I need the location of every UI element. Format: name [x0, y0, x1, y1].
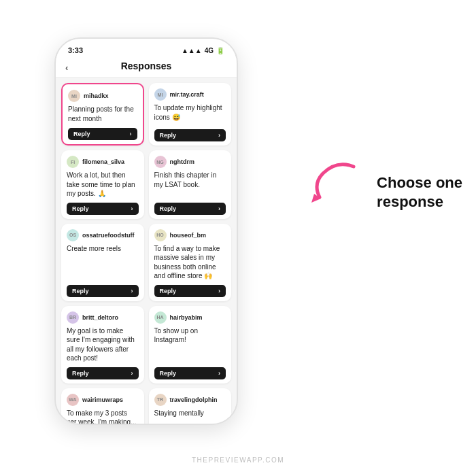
reply-label-2: Reply — [72, 205, 89, 212]
chevron-icon-6: › — [131, 370, 133, 377]
card-text-4: Create more reels — [67, 244, 139, 281]
card-text-0: Planning posts for the next month — [68, 105, 137, 124]
reply-label-3: Reply — [160, 205, 177, 212]
reply-label-6: Reply — [72, 370, 89, 377]
card-user-8: WA wairimuwraps — [67, 394, 139, 406]
card-text-9: Staying mentally — [154, 409, 226, 424]
chevron-icon-7: › — [218, 370, 220, 377]
reply-button-0[interactable]: Reply › — [68, 128, 137, 140]
pink-arrow-icon — [299, 156, 360, 204]
choose-response-text: Choose one response — [377, 173, 462, 211]
reply-label-5: Reply — [160, 288, 177, 294]
reply-button-3[interactable]: Reply › — [154, 203, 226, 215]
reply-button-5[interactable]: Reply › — [154, 285, 226, 297]
response-card-7[interactable]: HA hairbyabim To show up on Instagram! R… — [149, 306, 232, 384]
username-3: nghtdrm — [170, 158, 195, 165]
avatar-9: TR — [154, 394, 167, 406]
status-time: 3:33 — [68, 46, 83, 54]
reply-label-0: Reply — [73, 131, 90, 137]
chevron-icon-4: › — [131, 288, 133, 294]
username-2: filomena_silva — [82, 158, 124, 165]
responses-grid: MI mihadkx Planning posts for the next m… — [61, 83, 231, 424]
card-user-7: HA hairbyabim — [154, 311, 226, 324]
card-text-8: To make my 3 posts per week. I'm making.… — [67, 409, 139, 424]
username-9: travelingdolphin — [170, 396, 218, 403]
username-5: houseof_bm — [170, 232, 207, 239]
choose-line1: Choose one — [377, 173, 462, 192]
chevron-icon-0: › — [130, 131, 132, 137]
network-label: 4G — [205, 47, 214, 54]
back-button[interactable]: ‹ — [65, 63, 68, 73]
response-card-0[interactable]: MI mihadkx Planning posts for the next m… — [61, 83, 144, 146]
response-card-1[interactable]: MI mir.tay.craft To update my highlight … — [149, 83, 232, 146]
avatar-6: BR — [67, 311, 79, 324]
reply-button-7[interactable]: Reply › — [154, 367, 226, 379]
response-card-5[interactable]: HO houseof_bm To find a way to make mass… — [149, 224, 232, 301]
avatar-1: MI — [154, 88, 167, 101]
response-card-2[interactable]: FI filomena_silva Work a lot, but then t… — [61, 150, 144, 219]
scene: 3:33 ▲▲▲ 4G 🔋 ‹ Responses MI mihadkx Pla… — [0, 0, 476, 476]
card-text-6: My goal is to make sure I'm engaging wit… — [67, 326, 139, 363]
reply-button-1[interactable]: Reply › — [154, 129, 226, 141]
signal-icon: ▲▲▲ — [182, 47, 202, 54]
response-card-8[interactable]: WA wairimuwraps To make my 3 posts per w… — [61, 388, 144, 424]
username-1: mir.tay.craft — [170, 91, 204, 98]
reply-label-1: Reply — [160, 132, 177, 139]
chevron-icon-1: › — [218, 132, 220, 139]
card-user-4: OS ossatruefoodstuff — [67, 229, 139, 241]
avatar-4: OS — [67, 229, 79, 241]
card-text-5: To find a way to make massive sales in m… — [154, 244, 226, 281]
status-icons: ▲▲▲ 4G 🔋 — [182, 47, 224, 54]
choose-line2: response — [377, 192, 462, 211]
app-header: ‹ Responses — [56, 58, 237, 78]
username-0: mihadkx — [84, 92, 109, 99]
page-title: Responses — [121, 61, 172, 71]
card-user-5: HO houseof_bm — [154, 229, 226, 241]
avatar-3: NG — [154, 156, 167, 168]
card-user-9: TR travelingdolphin — [154, 394, 226, 406]
avatar-0: MI — [68, 90, 80, 102]
username-8: wairimuwraps — [82, 396, 123, 403]
card-text-3: Finish this chapter in my LSAT book. — [154, 171, 226, 199]
avatar-5: HO — [154, 229, 167, 241]
battery-icon: 🔋 — [216, 47, 224, 54]
card-user-6: BR britt_deltoro — [67, 311, 139, 324]
reply-label-7: Reply — [160, 370, 177, 377]
avatar-7: HA — [154, 311, 167, 324]
reply-button-6[interactable]: Reply › — [67, 367, 139, 379]
card-text-7: To show up on Instagram! — [154, 326, 226, 363]
card-text-1: To update my highlight icons 😅 — [154, 103, 226, 125]
username-7: hairbyabim — [170, 314, 203, 321]
watermark: THEPREVIEWAPP.COM — [192, 456, 284, 464]
chevron-icon-5: › — [218, 288, 220, 294]
scroll-area: MI mihadkx Planning posts for the next m… — [56, 78, 237, 424]
reply-button-4[interactable]: Reply › — [67, 285, 139, 297]
chevron-icon-3: › — [218, 205, 220, 212]
phone-frame: 3:33 ▲▲▲ 4G 🔋 ‹ Responses MI mihadkx Pla… — [54, 37, 238, 425]
arrow-container — [299, 156, 360, 207]
card-user-2: FI filomena_silva — [67, 156, 139, 168]
card-user-1: MI mir.tay.craft — [154, 88, 226, 101]
reply-button-2[interactable]: Reply › — [67, 203, 139, 215]
reply-label-4: Reply — [72, 288, 89, 294]
response-card-3[interactable]: NG nghtdrm Finish this chapter in my LSA… — [149, 150, 232, 219]
username-4: ossatruefoodstuff — [82, 232, 135, 239]
avatar-2: FI — [67, 156, 79, 168]
card-user-0: MI mihadkx — [68, 90, 137, 102]
chevron-icon-2: › — [131, 205, 133, 212]
response-card-4[interactable]: OS ossatruefoodstuff Create more reels R… — [61, 224, 144, 301]
response-card-6[interactable]: BR britt_deltoro My goal is to make sure… — [61, 306, 144, 384]
card-user-3: NG nghtdrm — [154, 156, 226, 168]
status-bar: 3:33 ▲▲▲ 4G 🔋 — [56, 39, 237, 58]
avatar-8: WA — [67, 394, 79, 406]
username-6: britt_deltoro — [82, 314, 118, 321]
response-card-9[interactable]: TR travelingdolphin Staying mentally Rep… — [149, 388, 232, 424]
card-text-2: Work a lot, but then take some time to p… — [67, 171, 139, 199]
